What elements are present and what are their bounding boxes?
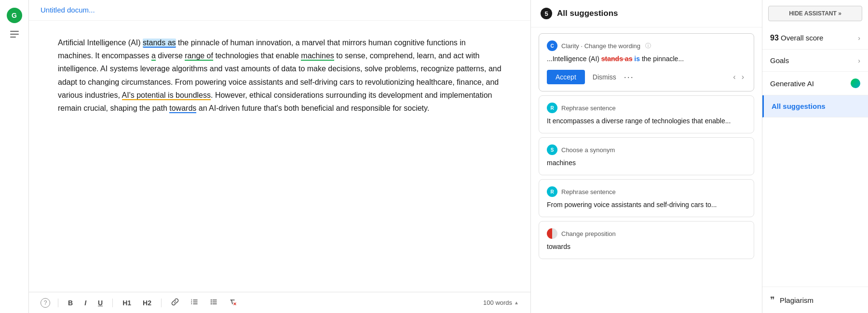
plagiarism-label: Plagiarism xyxy=(780,296,814,304)
suggestion-card-header-synonym: S Choose a synonym xyxy=(547,144,746,155)
rephrase2-preview-text: From powering voice assistants and self-… xyxy=(547,200,746,210)
ol-button[interactable]: 1 2 3 xyxy=(189,297,200,308)
plagiarism-icon: ❞ xyxy=(770,295,775,305)
clarity-type-label: Clarity · Change the wording xyxy=(561,42,640,50)
suggestions-header: 5 All suggestions xyxy=(531,0,762,27)
svg-point-8 xyxy=(211,303,212,304)
sep-2 xyxy=(112,299,113,307)
editor-footer: ? B I U H1 H2 1 2 3 xyxy=(29,292,530,313)
doc-title[interactable]: Untitled docum... xyxy=(41,6,95,14)
goals-item[interactable]: Goals › xyxy=(762,50,868,72)
clarity-actions: Accept Dismiss ··· ‹ › xyxy=(547,70,746,84)
underline-towards: towards xyxy=(169,104,196,113)
word-count: 100 words ▲ xyxy=(483,299,519,306)
underline-ai-potential: AI's potential is boundless xyxy=(122,91,211,100)
suggestion-card-clarity[interactable]: C Clarity · Change the wording ⓘ ...Inte… xyxy=(539,33,754,91)
generative-ai-icon xyxy=(851,78,860,88)
suggestions-list: C Clarity · Change the wording ⓘ ...Inte… xyxy=(531,27,762,313)
rephrase1-type-label: Rephrase sentence xyxy=(561,104,616,112)
hamburger-menu[interactable] xyxy=(8,29,21,39)
suggestion-card-preposition[interactable]: Change preposition towards xyxy=(539,221,754,259)
all-suggestions-item[interactable]: All suggestions xyxy=(762,95,868,117)
clear-icon xyxy=(229,298,237,306)
bold-button[interactable]: B xyxy=(66,298,75,308)
preposition-preview-text: towards xyxy=(547,242,746,252)
suggestion-card-rephrase-1[interactable]: R Rephrase sentence It encompasses a div… xyxy=(539,95,754,133)
clarity-info-icon[interactable]: ⓘ xyxy=(645,42,651,50)
link-button[interactable] xyxy=(169,297,181,308)
ol-icon: 1 2 3 xyxy=(190,298,198,306)
svg-text:3: 3 xyxy=(191,302,192,305)
dismiss-button[interactable]: Dismiss xyxy=(589,70,620,84)
highlighted-word: stands as xyxy=(143,39,176,48)
app-logo[interactable]: G xyxy=(7,8,22,23)
overall-score-chevron: › xyxy=(858,34,860,42)
clear-format-button[interactable] xyxy=(227,297,239,308)
help-icon[interactable]: ? xyxy=(41,298,50,308)
editor-header: Untitled docum... xyxy=(29,0,530,21)
editor-content[interactable]: Artificial Intelligence (AI) stands as t… xyxy=(29,21,530,292)
editor-area: Untitled docum... Artificial Intelligenc… xyxy=(29,0,530,313)
suggestions-count-badge: 5 xyxy=(541,8,552,19)
suggestion-card-synonym[interactable]: S Choose a synonym machines xyxy=(539,137,754,175)
all-suggestions-label: All suggestions xyxy=(772,102,826,110)
overall-score-label: Overall score xyxy=(781,34,823,42)
right-panel: HIDE ASSISTANT » 93 Overall score › Goal… xyxy=(762,0,868,313)
clarity-icon: C xyxy=(547,40,557,51)
underline-a: a xyxy=(151,52,156,61)
plagiarism-section[interactable]: ❞ Plagiarism xyxy=(762,287,868,313)
generative-ai-item[interactable]: Generative AI xyxy=(762,72,868,95)
generative-ai-label: Generative AI xyxy=(770,79,814,88)
rephrase2-icon: R xyxy=(547,186,557,197)
overall-score-value: 93 xyxy=(770,34,779,42)
goals-chevron: › xyxy=(858,57,860,65)
synonym-icon: S xyxy=(547,144,557,155)
suggestions-title: All suggestions xyxy=(557,9,618,18)
clarity-preview-text: ...Intelligence (AI) stands as is the pi… xyxy=(547,54,746,64)
svg-point-6 xyxy=(211,300,212,300)
underline-machines: machines xyxy=(301,52,334,61)
accept-button[interactable]: Accept xyxy=(547,70,585,84)
link-icon xyxy=(171,298,179,306)
h1-button[interactable]: H1 xyxy=(121,298,133,308)
synonym-type-label: Choose a synonym xyxy=(561,146,615,154)
ul-button[interactable] xyxy=(208,297,219,308)
suggestion-card-header-preposition: Change preposition xyxy=(547,228,746,239)
sep-1 xyxy=(58,299,58,307)
preposition-type-label: Change preposition xyxy=(561,230,616,237)
sep-3 xyxy=(161,299,162,307)
preposition-icon xyxy=(547,228,557,239)
svg-line-13 xyxy=(231,300,232,304)
synonym-preview-text: machines xyxy=(547,158,746,168)
ul-icon xyxy=(210,298,217,306)
underline-button[interactable]: U xyxy=(96,298,105,308)
suggestions-panel: 5 All suggestions C Clarity · Change the… xyxy=(530,0,762,313)
suggestion-card-header-clarity: C Clarity · Change the wording ⓘ xyxy=(547,40,746,51)
underline-range-of: range of xyxy=(185,52,213,61)
suggestion-card-rephrase-2[interactable]: R Rephrase sentence From powering voice … xyxy=(539,179,754,217)
prev-arrow[interactable]: ‹ xyxy=(731,73,737,81)
strikethrough-text: stands as xyxy=(601,55,633,63)
h2-button[interactable]: H2 xyxy=(141,298,153,308)
hide-assistant-button[interactable]: HIDE ASSISTANT » xyxy=(768,6,862,21)
svg-point-7 xyxy=(211,301,212,302)
next-arrow[interactable]: › xyxy=(740,73,746,81)
more-button[interactable]: ··· xyxy=(624,72,634,82)
rephrase1-preview-text: It encompasses a diverse range of techno… xyxy=(547,116,746,126)
nav-arrows: ‹ › xyxy=(731,73,746,81)
suggestion-card-header-rephrase-2: R Rephrase sentence xyxy=(547,186,746,197)
overall-score-item[interactable]: 93 Overall score › xyxy=(762,27,868,50)
suggestion-card-header-rephrase-1: R Rephrase sentence xyxy=(547,103,746,113)
rephrase2-type-label: Rephrase sentence xyxy=(561,188,616,196)
left-toolbar: G xyxy=(0,0,29,313)
rephrase1-icon: R xyxy=(547,103,557,113)
italic-button[interactable]: I xyxy=(82,298,88,308)
replacement-text: is xyxy=(634,55,640,63)
goals-label: Goals xyxy=(770,56,789,65)
